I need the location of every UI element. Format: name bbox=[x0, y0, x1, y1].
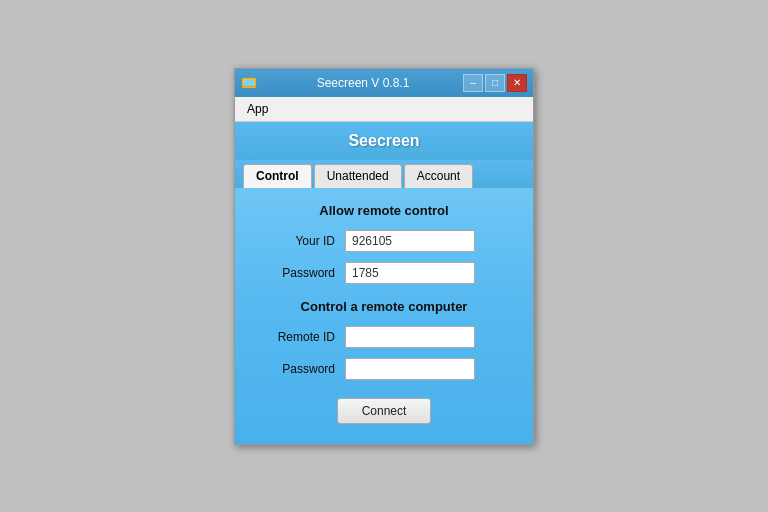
control-remote-title: Control a remote computer bbox=[255, 299, 513, 314]
remote-password-input[interactable] bbox=[345, 358, 475, 380]
your-id-label: Your ID bbox=[255, 234, 335, 248]
remote-password-row: Password bbox=[255, 358, 513, 380]
tab-control[interactable]: Control bbox=[243, 164, 312, 188]
minimize-button[interactable]: – bbox=[463, 74, 483, 92]
menu-bar: App bbox=[235, 97, 533, 122]
remote-id-row: Remote ID bbox=[255, 326, 513, 348]
title-bar: Seecreen V 0.8.1 – □ ✕ bbox=[235, 69, 533, 97]
svg-rect-2 bbox=[242, 86, 256, 87]
svg-rect-1 bbox=[244, 80, 254, 86]
tab-unattended[interactable]: Unattended bbox=[314, 164, 402, 188]
app-icon bbox=[241, 75, 257, 91]
maximize-button[interactable]: □ bbox=[485, 74, 505, 92]
your-id-input[interactable] bbox=[345, 230, 475, 252]
close-button[interactable]: ✕ bbox=[507, 74, 527, 92]
tab-account[interactable]: Account bbox=[404, 164, 473, 188]
remote-password-label: Password bbox=[255, 362, 335, 376]
allow-remote-title: Allow remote control bbox=[255, 203, 513, 218]
remote-id-input[interactable] bbox=[345, 326, 475, 348]
main-window: Seecreen V 0.8.1 – □ ✕ App Seecreen Cont… bbox=[234, 68, 534, 445]
connect-button[interactable]: Connect bbox=[337, 398, 432, 424]
window-title: Seecreen V 0.8.1 bbox=[263, 76, 463, 90]
allow-password-row: Password bbox=[255, 262, 513, 284]
app-header: Seecreen bbox=[235, 122, 533, 160]
window-controls: – □ ✕ bbox=[463, 74, 527, 92]
remote-id-label: Remote ID bbox=[255, 330, 335, 344]
allow-password-input[interactable] bbox=[345, 262, 475, 284]
your-id-row: Your ID bbox=[255, 230, 513, 252]
connect-btn-row: Connect bbox=[255, 398, 513, 424]
menu-app[interactable]: App bbox=[241, 100, 274, 118]
tab-bar: Control Unattended Account bbox=[235, 160, 533, 188]
app-title: Seecreen bbox=[348, 132, 419, 149]
content-area: Allow remote control Your ID Password Co… bbox=[235, 188, 533, 444]
allow-password-label: Password bbox=[255, 266, 335, 280]
